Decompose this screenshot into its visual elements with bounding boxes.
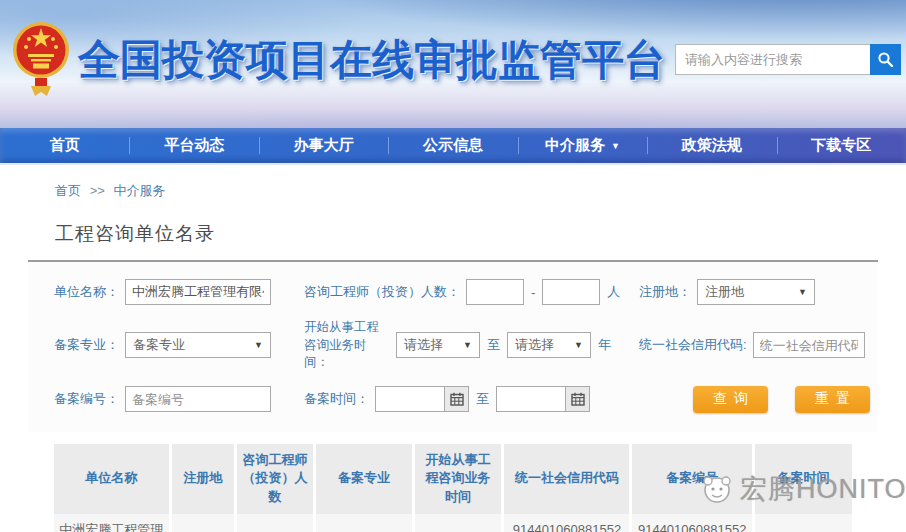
page-title: 工程咨询单位名录 bbox=[55, 221, 906, 247]
credit-code-label: 统一社会信用代码: bbox=[639, 336, 747, 354]
range-separator: - bbox=[531, 285, 535, 300]
filter-row-1: 单位名称： 咨询工程师（投资）人数： - 人 注册地： 注册地 ▼ bbox=[28, 272, 878, 312]
registration-place-label: 注册地： bbox=[639, 283, 691, 301]
cell-filing-time: 2020-04-24 bbox=[755, 514, 852, 532]
column-header-filing-time: 备案时间 bbox=[755, 444, 852, 515]
nav-item-policies[interactable]: 政策法规 bbox=[647, 128, 776, 163]
column-header-start-time: 开始从事工程咨询业务时间 bbox=[415, 444, 502, 515]
main-navigation: 首页 平台动态 办事大厅 公示信息 中介服务 ▼ 政策法规 下载专区 bbox=[0, 128, 906, 165]
table-header-row: 单位名称 注册地 咨询工程师（投资）人数 备案专业 开始从事工程咨询业务时间 统… bbox=[54, 444, 852, 515]
table-row: 中洲宏腾工程管理有限公司 广东省 建筑 2016年 91440106088155… bbox=[54, 514, 852, 532]
site-header: 全国投资项目在线审批监管平台 bbox=[0, 0, 906, 128]
filing-time-to-input[interactable] bbox=[496, 386, 566, 412]
cell-specialty: 建筑 bbox=[316, 514, 412, 532]
start-time-label: 开始从事工程 咨询业务时间： bbox=[304, 319, 388, 372]
cell-engineer-count bbox=[237, 514, 313, 532]
chevron-down-icon: ▼ bbox=[611, 141, 620, 151]
column-header-specialty: 备案专业 bbox=[316, 444, 412, 515]
filter-row-2: 备案专业： 备案专业 ▼ 开始从事工程 咨询业务时间： 请选择 ▼ 至 请选择 … bbox=[28, 312, 878, 379]
breadcrumb-home-link[interactable]: 首页 bbox=[55, 183, 81, 198]
cell-unit-name: 中洲宏腾工程管理有限公司 bbox=[54, 514, 169, 532]
column-header-engineer-count: 咨询工程师（投资）人数 bbox=[237, 444, 313, 515]
specialty-label: 备案专业： bbox=[54, 336, 119, 354]
engineer-unit-label: 人 bbox=[607, 283, 620, 301]
nav-label: 办事大厅 bbox=[294, 136, 354, 155]
nav-label: 中介服务 bbox=[545, 136, 605, 155]
nav-item-home[interactable]: 首页 bbox=[0, 128, 129, 163]
year-unit-label: 年 bbox=[598, 336, 611, 354]
chevron-down-icon: ▼ bbox=[798, 287, 807, 297]
nav-label: 首页 bbox=[50, 136, 80, 155]
engineer-count-min-input[interactable] bbox=[466, 279, 524, 305]
engineer-count-max-input[interactable] bbox=[542, 279, 600, 305]
filing-time-from-input[interactable] bbox=[375, 386, 445, 412]
site-title: 全国投资项目在线审批监管平台 bbox=[78, 32, 666, 88]
specialty-selected: 备案专业 bbox=[133, 336, 185, 354]
column-header-unit-name: 单位名称 bbox=[54, 444, 169, 515]
breadcrumb-current[interactable]: 中介服务 bbox=[113, 183, 165, 198]
nav-item-service-hall[interactable]: 办事大厅 bbox=[259, 128, 388, 163]
unit-name-input[interactable] bbox=[125, 279, 271, 305]
cell-registration-place: 广东省 bbox=[172, 514, 234, 532]
chevron-down-icon: ▼ bbox=[574, 340, 583, 350]
nav-item-downloads[interactable]: 下载专区 bbox=[777, 128, 906, 163]
breadcrumb-separator: >> bbox=[90, 183, 105, 198]
nav-label: 公示信息 bbox=[423, 136, 483, 155]
to-label: 至 bbox=[476, 390, 489, 408]
query-button[interactable]: 查询 bbox=[693, 386, 768, 413]
calendar-icon bbox=[571, 392, 585, 406]
registration-place-select[interactable]: 注册地 ▼ bbox=[697, 279, 815, 305]
nav-label: 平台动态 bbox=[164, 136, 224, 155]
start-year-from-selected: 请选择 bbox=[404, 336, 443, 354]
cell-filing-number: 91440106088155209H-20 bbox=[632, 514, 751, 532]
registration-place-selected: 注册地 bbox=[705, 283, 744, 301]
nav-item-platform-news[interactable]: 平台动态 bbox=[129, 128, 258, 163]
nav-label: 政策法规 bbox=[682, 136, 742, 155]
chevron-down-icon: ▼ bbox=[254, 340, 263, 350]
header-search bbox=[675, 44, 901, 75]
search-button[interactable] bbox=[870, 44, 901, 75]
to-label: 至 bbox=[487, 336, 500, 354]
nav-item-intermediary-services[interactable]: 中介服务 ▼ bbox=[518, 128, 647, 163]
nav-item-public-info[interactable]: 公示信息 bbox=[388, 128, 517, 163]
filter-panel: 单位名称： 咨询工程师（投资）人数： - 人 注册地： 注册地 ▼ 备案专业： … bbox=[28, 260, 878, 432]
column-header-registration-place: 注册地 bbox=[172, 444, 234, 515]
credit-code-input[interactable] bbox=[753, 332, 865, 358]
reset-button[interactable]: 重置 bbox=[795, 386, 870, 413]
filing-number-label: 备案编号： bbox=[54, 390, 119, 408]
cell-credit-code: 91440106088155209H bbox=[504, 514, 629, 532]
nav-label: 下载专区 bbox=[811, 136, 871, 155]
start-year-from-select[interactable]: 请选择 ▼ bbox=[396, 332, 480, 358]
filing-number-input[interactable] bbox=[125, 386, 271, 412]
chevron-down-icon: ▼ bbox=[463, 340, 472, 350]
search-input[interactable] bbox=[675, 44, 870, 75]
calendar-button-from[interactable] bbox=[445, 386, 469, 412]
column-header-credit-code: 统一社会信用代码 bbox=[504, 444, 629, 515]
engineer-count-label: 咨询工程师（投资）人数： bbox=[304, 283, 460, 301]
cell-start-time: 2016年 bbox=[415, 514, 502, 532]
breadcrumb: 首页 >> 中介服务 bbox=[55, 182, 906, 200]
start-year-to-selected: 请选择 bbox=[515, 336, 554, 354]
search-icon bbox=[877, 51, 894, 68]
filing-time-label: 备案时间： bbox=[304, 390, 369, 408]
results-table: 单位名称 注册地 咨询工程师（投资）人数 备案专业 开始从事工程咨询业务时间 统… bbox=[54, 444, 852, 532]
calendar-icon bbox=[450, 392, 464, 406]
unit-name-label: 单位名称： bbox=[54, 283, 119, 301]
calendar-button-to[interactable] bbox=[566, 386, 590, 412]
national-emblem-logo bbox=[11, 12, 71, 104]
column-header-filing-number: 备案编号 bbox=[632, 444, 751, 515]
specialty-select[interactable]: 备案专业 ▼ bbox=[125, 332, 271, 358]
filter-row-3: 备案编号： 备案时间： 至 bbox=[28, 379, 878, 420]
start-year-to-select[interactable]: 请选择 ▼ bbox=[507, 332, 591, 358]
